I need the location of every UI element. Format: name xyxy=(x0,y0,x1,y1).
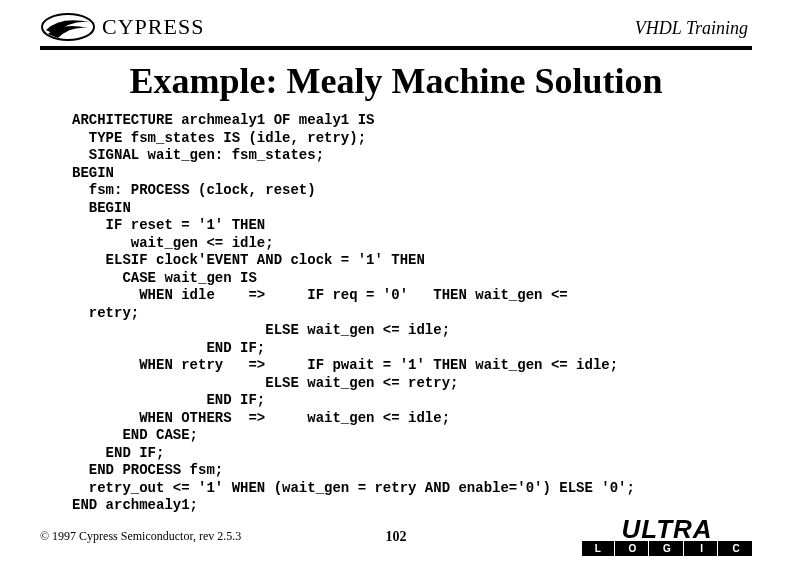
slide-header: CYPRESS VHDL Training xyxy=(0,0,792,42)
slide-title: Example: Mealy Machine Solution xyxy=(40,60,752,102)
copyright-text: © 1997 Cypress Semiconductor, rev 2.5.3 xyxy=(40,529,241,544)
logic-letter: I xyxy=(686,541,719,556)
ultra-word: ULTRA xyxy=(582,518,752,541)
logic-letter: O xyxy=(617,541,650,556)
ultra-logic-logo: ULTRA L O G I C xyxy=(582,518,752,556)
logic-letter: C xyxy=(720,541,752,556)
course-title: VHDL Training xyxy=(635,18,748,39)
logic-letter: L xyxy=(582,541,615,556)
logic-word: L O G I C xyxy=(582,541,752,556)
header-rule xyxy=(40,46,752,50)
logic-letter: G xyxy=(651,541,684,556)
cypress-swoosh-icon xyxy=(40,12,96,42)
code-block: ARCHITECTURE archmealy1 OF mealy1 IS TYP… xyxy=(72,112,732,515)
brand-name: CYPRESS xyxy=(102,14,204,40)
slide-footer: © 1997 Cypress Semiconductor, rev 2.5.3 … xyxy=(0,518,792,556)
page-number: 102 xyxy=(386,529,407,545)
